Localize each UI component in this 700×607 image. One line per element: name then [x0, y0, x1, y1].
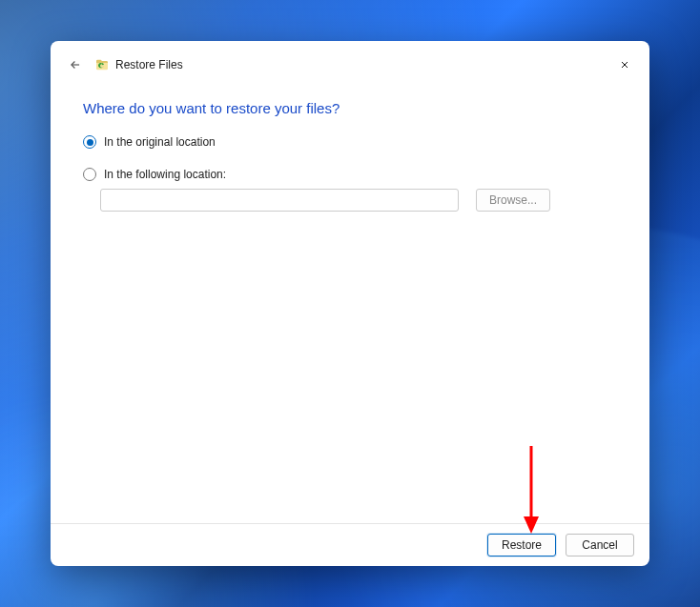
- following-location-controls: Browse...: [83, 189, 617, 212]
- restore-files-dialog: Restore Files Where do you want to resto…: [51, 41, 649, 566]
- option-following-label: In the following location:: [104, 168, 226, 181]
- option-original-label: In the original location: [104, 135, 216, 149]
- restore-files-icon: [94, 57, 110, 72]
- close-button[interactable]: [611, 51, 638, 78]
- dialog-footer: Restore Cancel: [51, 523, 649, 566]
- dialog-title: Restore Files: [115, 58, 183, 71]
- restore-button[interactable]: Restore: [487, 534, 556, 556]
- back-button[interactable]: [66, 55, 85, 74]
- radio-original[interactable]: [83, 135, 96, 149]
- close-icon: [619, 59, 630, 71]
- option-following-location[interactable]: In the following location:: [83, 168, 617, 181]
- option-original-location[interactable]: In the original location: [83, 135, 617, 149]
- titlebar: Restore Files: [51, 41, 649, 79]
- page-heading: Where do you want to restore your files?: [83, 100, 617, 116]
- radio-following[interactable]: [83, 168, 96, 181]
- cancel-button[interactable]: Cancel: [566, 534, 634, 556]
- restore-path-input[interactable]: [100, 189, 459, 212]
- arrow-left-icon: [69, 58, 82, 71]
- browse-button[interactable]: Browse...: [476, 189, 550, 212]
- content-area: Where do you want to restore your files?…: [51, 79, 649, 523]
